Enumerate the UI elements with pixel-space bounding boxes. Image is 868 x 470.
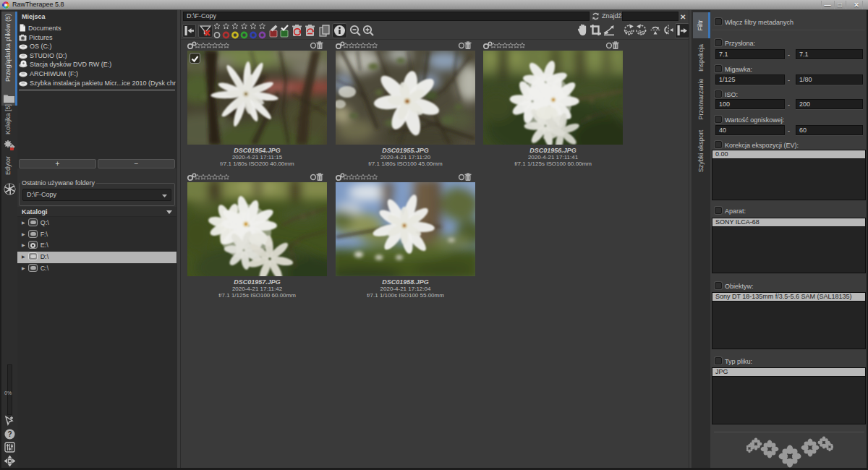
svg-text:?: ?	[7, 430, 12, 438]
